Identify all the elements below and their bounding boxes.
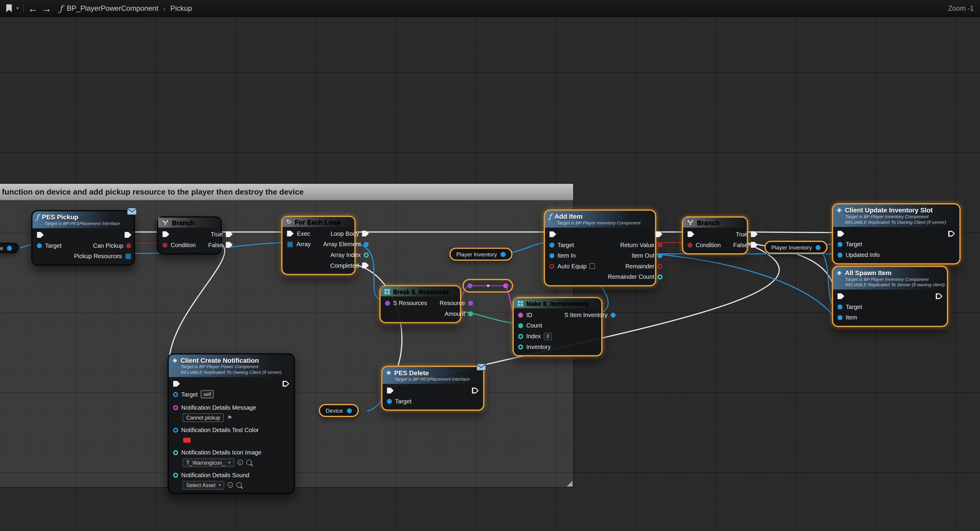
index-value-field[interactable]: 0 <box>544 332 552 340</box>
exec-out-pin[interactable] <box>944 228 959 239</box>
object-pin-icon[interactable] <box>347 408 352 413</box>
forward-button[interactable]: → <box>42 3 51 13</box>
condition-pin[interactable]: Condition <box>683 239 725 250</box>
reroute-pin-small[interactable] <box>487 284 489 287</box>
icon-image-pin[interactable]: Notification Details Icon Image <box>169 447 266 458</box>
target-pin[interactable]: Target <box>383 396 416 407</box>
array-pin[interactable]: ▦Array <box>283 239 315 250</box>
browse-asset-icon[interactable] <box>246 459 252 465</box>
id-pin[interactable]: ID <box>514 309 556 321</box>
text-color-pin[interactable]: Notification Details Text Color <box>169 425 266 435</box>
false-pin[interactable]: False <box>204 239 237 250</box>
s-item-inventory-pin[interactable]: S Item Inventory <box>560 309 620 321</box>
index-pin[interactable]: Index0 <box>514 331 556 341</box>
pill-player-inventory-2[interactable]: Player Inventory <box>764 241 827 254</box>
node-header[interactable]: ƒPES Pickup Target is BP PESPlacement In… <box>33 211 134 228</box>
auto-equip-pin[interactable]: Auto Equip <box>545 261 600 272</box>
node-header[interactable]: Break S_Resources <box>380 286 460 296</box>
comment-header[interactable]: function on device and add pickup resour… <box>0 184 573 201</box>
updated-info-pin[interactable]: Updated Info <box>833 250 884 260</box>
exec-out-pin[interactable] <box>468 385 483 396</box>
can-pickup-pin[interactable]: Can Pickup <box>89 240 136 251</box>
completed-pin[interactable]: Completed <box>326 260 373 271</box>
return-value-pin[interactable]: Return Value <box>616 240 667 250</box>
node-header[interactable]: ◈PES Delete Target is BP PESPlacement In… <box>383 367 483 384</box>
sound-dropdown[interactable]: Select Asset▾ <box>183 481 224 490</box>
exec-in-pin[interactable] <box>158 229 200 240</box>
exec-out-pin[interactable] <box>931 291 947 301</box>
exec-out-pin[interactable] <box>278 378 294 389</box>
reroute-nodes[interactable] <box>462 279 513 293</box>
back-button[interactable]: ← <box>28 3 37 13</box>
pill-player-inventory-1[interactable]: Player Inventory <box>450 248 512 261</box>
node-header[interactable]: ƒAdd Item Target is BP Player Inventory … <box>545 210 655 228</box>
exec-in-pin[interactable] <box>683 229 725 240</box>
auto-equip-checkbox[interactable] <box>590 263 595 269</box>
object-pin-icon[interactable] <box>816 245 821 250</box>
object-pin-icon[interactable] <box>7 246 12 250</box>
node-client-update-inventory-slot[interactable]: ◈Client Update Inventory Slot Target is … <box>832 203 961 265</box>
node-branch-1[interactable]: Branch Condition True False <box>157 216 222 255</box>
array-index-pin[interactable]: Array Index <box>326 250 373 260</box>
breadcrumb-parent[interactable]: BP_PlayerPowerComponent <box>67 5 158 12</box>
node-make-s-iteminventory[interactable]: Make S_ItemInventory ID Count Index0 Inv… <box>512 297 603 357</box>
remainder-pin[interactable]: Remainder <box>621 261 667 272</box>
bookmark-caret-icon[interactable]: ▾ <box>16 5 19 11</box>
target-pin[interactable]: Target <box>833 239 884 250</box>
reroute-pin-purple[interactable] <box>468 283 473 289</box>
item-pin[interactable]: Item <box>833 312 867 323</box>
exec-in-pin[interactable]: Exec <box>283 228 315 239</box>
target-pin[interactable]: Targetself <box>169 389 266 400</box>
node-header[interactable]: Branch <box>683 218 747 227</box>
breadcrumb-current[interactable]: Pickup <box>170 5 192 12</box>
color-swatch[interactable] <box>183 437 191 443</box>
item-in-pin[interactable]: Item In <box>545 250 600 261</box>
node-header[interactable]: ◈All Spawn Item Target is BP Player Inve… <box>833 267 947 290</box>
bookmark-icon[interactable] <box>6 4 12 12</box>
target-pin[interactable]: Target <box>833 301 867 312</box>
exec-in-pin[interactable] <box>833 291 867 301</box>
message-input[interactable]: Cannot pickup <box>183 413 224 422</box>
node-client-create-notification[interactable]: ◈Client Create Notification Target is BP… <box>167 353 295 494</box>
node-pes-pickup[interactable]: ƒPES Pickup Target is BP PESPlacement In… <box>31 210 135 266</box>
inventory-pin[interactable]: Inventory <box>514 341 556 352</box>
s-resources-pin[interactable]: S Resources <box>380 298 431 308</box>
loop-body-pin[interactable]: Loop Body <box>326 228 373 239</box>
array-element-pin[interactable]: Array Element <box>319 239 373 250</box>
node-header[interactable]: ◈Client Create Notification Target is BP… <box>169 354 294 377</box>
sound-pin[interactable]: Notification Details Sound <box>169 470 266 480</box>
node-header[interactable]: Branch <box>158 218 220 227</box>
count-pin[interactable]: Count <box>514 320 556 331</box>
reroute-pin-magenta[interactable] <box>503 283 508 289</box>
pill-device[interactable]: Device <box>319 404 358 417</box>
exec-in-pin[interactable] <box>169 378 266 389</box>
node-header[interactable]: ◈Client Update Inventory Slot Target is … <box>833 204 959 227</box>
target-pin[interactable]: Target <box>545 240 600 250</box>
pill-device-partial[interactable]: evice <box>0 242 19 254</box>
node-header[interactable]: Make S_ItemInventory <box>514 298 601 308</box>
node-all-spawn-item[interactable]: ◈All Spawn Item Target is BP Player Inve… <box>832 266 948 327</box>
icon-image-dropdown[interactable]: T_WarningIcon_▾ <box>183 458 234 467</box>
use-selected-asset-icon[interactable] <box>228 482 233 488</box>
node-header[interactable]: ↻ For Each Loop <box>283 217 355 227</box>
object-pin-icon[interactable] <box>501 252 506 257</box>
target-pin[interactable]: Target <box>33 240 66 251</box>
amount-pin[interactable]: Amount <box>440 308 477 319</box>
node-pes-delete[interactable]: ◈PES Delete Target is BP PESPlacement In… <box>381 366 484 411</box>
localize-flag-icon[interactable]: ⚑ <box>227 415 232 421</box>
false-pin[interactable]: False <box>729 239 762 250</box>
exec-in-pin[interactable] <box>833 228 884 239</box>
blueprint-graph-editor[interactable]: ▾ ← → ƒ BP_PlayerPowerComponent › Pickup… <box>0 0 980 531</box>
node-add-item[interactable]: ƒAdd Item Target is BP Player Inventory … <box>544 209 656 287</box>
use-selected-asset-icon[interactable] <box>237 459 243 465</box>
true-pin[interactable]: True <box>207 229 237 240</box>
item-out-pin[interactable]: Item Out <box>627 250 667 261</box>
node-for-each-loop[interactable]: ↻ For Each Loop Exec ▦Array Loop Body Ar… <box>282 216 356 275</box>
exec-out-pin[interactable] <box>120 230 136 240</box>
true-pin[interactable]: True <box>732 229 762 240</box>
exec-in-pin[interactable] <box>33 230 66 240</box>
comment-resize-handle[interactable] <box>566 480 573 486</box>
exec-in-pin[interactable] <box>383 385 416 396</box>
message-pin[interactable]: Notification Details Message <box>169 402 266 413</box>
node-branch-2[interactable]: Branch Condition True False <box>682 216 748 255</box>
